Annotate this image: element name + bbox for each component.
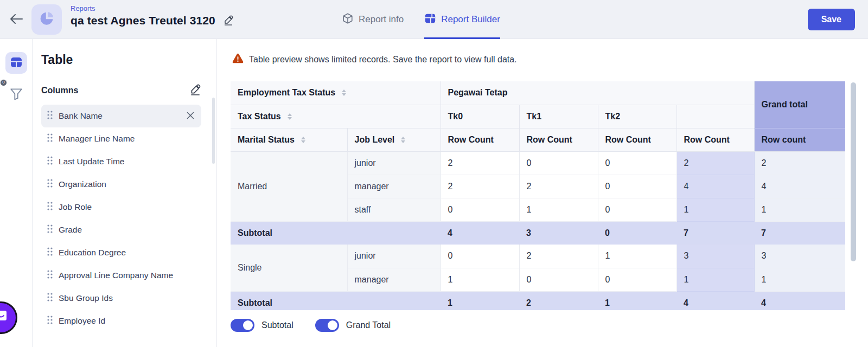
drag-handle-icon[interactable] bbox=[47, 269, 53, 281]
breadcrumb[interactable]: Reports bbox=[71, 4, 95, 12]
sidebar-scrollbar[interactable] bbox=[212, 98, 215, 164]
drag-handle-icon[interactable] bbox=[47, 224, 53, 236]
icon-rail: 0 bbox=[0, 39, 33, 347]
sort-icon[interactable] bbox=[401, 137, 405, 143]
cell-value: 0 bbox=[598, 198, 676, 221]
cell-value: 0 bbox=[441, 245, 519, 268]
cell-job: junior bbox=[347, 245, 441, 268]
column-item[interactable]: Education Degree bbox=[41, 241, 201, 264]
remove-column-button[interactable] bbox=[185, 110, 196, 123]
cell-row-total: 3 bbox=[676, 245, 754, 268]
header-cell-blank bbox=[676, 105, 754, 128]
column-item-label: Approval Line Company Name bbox=[59, 271, 196, 280]
chat-bubble-icon bbox=[0, 309, 9, 327]
filter-funnel-icon bbox=[9, 94, 23, 102]
warning-icon bbox=[232, 53, 244, 66]
cell-subtotal: 0 bbox=[598, 221, 676, 245]
column-item-label: Organization bbox=[59, 179, 196, 189]
drag-handle-icon[interactable] bbox=[47, 110, 53, 122]
table-scrollbar[interactable] bbox=[851, 82, 856, 261]
cell-job: junior bbox=[347, 151, 441, 175]
cell-value: 0 bbox=[519, 268, 598, 291]
sort-icon[interactable] bbox=[288, 113, 292, 120]
cell-subtotal: 2 bbox=[519, 291, 598, 310]
subtotal-row: Subtotal 1 2 1 4 4 bbox=[231, 291, 845, 310]
cell-row-total: 1 bbox=[676, 198, 754, 221]
back-button[interactable] bbox=[7, 10, 26, 29]
column-item[interactable]: Organization bbox=[41, 173, 201, 196]
cell-grand-total: 1 bbox=[754, 198, 845, 221]
sort-icon[interactable] bbox=[342, 89, 346, 96]
columns-label: Columns bbox=[41, 86, 78, 95]
cell-value: 0 bbox=[519, 151, 598, 175]
page-title: qa test Agnes Treutel 3120 bbox=[71, 14, 215, 27]
cell-job: manager bbox=[347, 175, 441, 198]
cell-value: 1 bbox=[441, 268, 519, 291]
drag-handle-icon[interactable] bbox=[47, 201, 53, 213]
drag-handle-icon[interactable] bbox=[47, 178, 53, 190]
column-item[interactable]: Last Update Time bbox=[41, 150, 201, 173]
header-cell-job-level[interactable]: Job Level bbox=[347, 128, 441, 151]
header-cell-tk1: Tk1 bbox=[519, 105, 598, 128]
pivot-table-container: Employment Tax Status Pegawai Tetap Gran… bbox=[231, 81, 845, 310]
edit-title-button[interactable] bbox=[223, 15, 234, 27]
column-item-bank-name[interactable]: Bank Name bbox=[41, 105, 201, 127]
drag-handle-icon[interactable] bbox=[47, 156, 53, 168]
columns-list: Bank Name Manager Line Name Last Update … bbox=[41, 105, 201, 332]
cell-value: 1 bbox=[598, 245, 676, 268]
column-item[interactable]: Manager Line Name bbox=[41, 127, 201, 150]
cell-subtotal: 4 bbox=[441, 221, 519, 245]
grand-total-toggle-label: Grand Total bbox=[346, 320, 391, 330]
cell-value: 2 bbox=[519, 175, 598, 198]
report-preview-area: Table preview shows limited records. Sav… bbox=[217, 39, 868, 347]
header-cell-marital-status[interactable]: Marital Status bbox=[231, 128, 347, 151]
filter-count-badge: 0 bbox=[0, 79, 7, 86]
grand-total-toggle[interactable] bbox=[315, 319, 339, 332]
column-item-label: Education Degree bbox=[59, 248, 196, 258]
preview-warning-banner: Table preview shows limited records. Sav… bbox=[232, 53, 517, 66]
sort-icon[interactable] bbox=[301, 137, 305, 143]
subtotal-toggle[interactable] bbox=[231, 319, 254, 332]
cell-value: 2 bbox=[519, 245, 598, 268]
header-cell-employment-tax-status[interactable]: Employment Tax Status bbox=[231, 81, 441, 105]
rail-table-view-button[interactable] bbox=[5, 52, 27, 74]
cell-row-total: 1 bbox=[676, 268, 754, 291]
cell-value: 0 bbox=[441, 198, 519, 221]
column-item[interactable]: Approval Line Company Name bbox=[41, 264, 201, 287]
pencil-icon bbox=[189, 83, 201, 97]
column-item[interactable]: Sbu Group Ids bbox=[41, 287, 201, 310]
cell-value: 2 bbox=[441, 175, 519, 198]
drag-handle-icon[interactable] bbox=[47, 292, 53, 304]
header-cell-row-count: Row Count bbox=[441, 128, 519, 151]
drag-handle-icon[interactable] bbox=[47, 247, 53, 259]
column-item[interactable]: Job Role bbox=[41, 196, 201, 219]
header-tabs: Report info Report Builder bbox=[342, 0, 500, 39]
header-cell-grand-total: Grand total bbox=[754, 81, 845, 128]
cube-icon bbox=[342, 12, 354, 27]
column-item-label: Last Update Time bbox=[59, 157, 196, 166]
rail-filter-button[interactable] bbox=[9, 87, 24, 102]
edit-columns-button[interactable] bbox=[189, 83, 201, 97]
cell-row-total: 2 bbox=[676, 151, 754, 175]
column-item[interactable]: Employee Id bbox=[41, 310, 201, 332]
cell-grand-total: 3 bbox=[754, 245, 845, 268]
subtotal-label: Subtotal bbox=[231, 291, 441, 310]
subtotal-row: Subtotal 4 3 0 7 7 bbox=[231, 221, 845, 245]
pie-chart-icon bbox=[39, 10, 55, 29]
cell-value: 2 bbox=[441, 151, 519, 175]
drag-handle-icon[interactable] bbox=[47, 133, 53, 145]
column-item-label: Job Role bbox=[59, 202, 196, 212]
column-item[interactable]: Grade bbox=[41, 219, 201, 241]
cell-subtotal: 1 bbox=[598, 291, 676, 310]
back-arrow-icon bbox=[10, 14, 23, 26]
drag-handle-icon[interactable] bbox=[47, 315, 53, 327]
save-button[interactable]: Save bbox=[808, 9, 855, 30]
header-cell-grand-row-count: Row count bbox=[754, 128, 845, 151]
table-row: Single junior 0 2 1 3 3 bbox=[231, 245, 845, 268]
tab-report-builder[interactable]: Report Builder bbox=[424, 0, 500, 39]
cell-grand-total: 4 bbox=[754, 175, 845, 198]
header-cell-row-count: Row Count bbox=[598, 128, 676, 151]
header-cell-tax-status[interactable]: Tax Status bbox=[231, 105, 441, 128]
cell-subtotal: 3 bbox=[519, 221, 598, 245]
tab-report-info[interactable]: Report info bbox=[342, 0, 404, 39]
